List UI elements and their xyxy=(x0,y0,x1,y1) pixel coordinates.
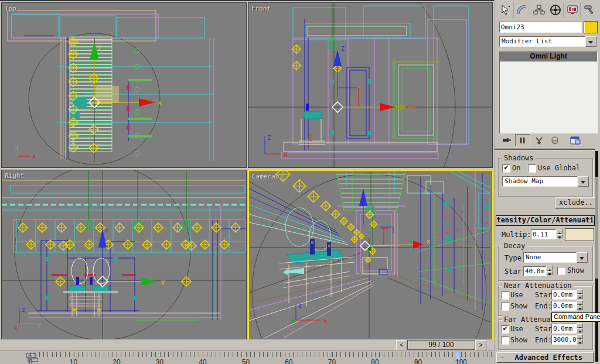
intensity-rollout-header[interactable]: tensity/Color/Attenuati xyxy=(496,215,595,226)
modifier-list-dropdown[interactable]: Modifier List xyxy=(499,36,596,47)
multiplier-spinner[interactable] xyxy=(556,229,562,238)
far-start-label: Star xyxy=(535,325,552,333)
use-global-label: Use Global xyxy=(538,164,580,172)
shadows-group-legend: Shadows xyxy=(502,154,536,162)
time-slider-handle[interactable]: < 99 / 100 > xyxy=(396,340,486,350)
svg-text:y: y xyxy=(15,144,18,150)
top-wireframe xyxy=(8,11,214,164)
object-name-input[interactable] xyxy=(499,22,582,33)
near-end-field[interactable]: 0.0mm xyxy=(551,301,577,311)
tab-utilities[interactable] xyxy=(582,2,597,18)
rollout-collapse-icon: - xyxy=(500,353,504,362)
time-slider-track[interactable]: < 99 / 100 > xyxy=(0,339,494,351)
dropdown-arrow-icon[interactable] xyxy=(578,176,589,187)
multiplier-field[interactable]: 0.11 xyxy=(531,229,557,239)
right-move-gizmo[interactable]: z y xyxy=(97,227,165,287)
viewport-front-canvas: Z Z X xyxy=(248,3,492,167)
near-start-field[interactable]: 0.0mm xyxy=(551,290,577,300)
shadow-type-dropdown[interactable]: Shadow Map xyxy=(502,176,589,187)
svg-text:X: X xyxy=(284,152,287,158)
near-start-label: Star xyxy=(535,291,552,299)
viewport-camera-canvas: x z x xyxy=(249,171,490,338)
command-panel-scrollbar[interactable] xyxy=(595,151,598,362)
show-end-result-icon xyxy=(518,136,527,145)
modifier-stack-selected-item[interactable]: Omni Light xyxy=(500,52,597,61)
viewport-front-label: Front xyxy=(251,5,271,12)
show-end-result-button[interactable] xyxy=(515,134,530,146)
advanced-effects-title: Advanced Effects xyxy=(514,353,582,362)
near-start-spinner[interactable] xyxy=(577,289,583,298)
shadows-on-label: On xyxy=(512,164,520,172)
previous-frame-button[interactable]: < xyxy=(396,340,407,351)
front-move-gizmo[interactable]: Z xyxy=(332,46,415,112)
tab-create[interactable] xyxy=(498,2,514,18)
svg-text:z: z xyxy=(298,303,302,309)
next-frame-button[interactable]: > xyxy=(475,340,486,351)
far-start-field[interactable]: 0.0mm xyxy=(551,324,577,334)
dropdown-arrow-icon[interactable] xyxy=(577,252,588,263)
viewport-top[interactable]: Top xyxy=(1,2,247,168)
shadow-type-value[interactable]: Shadow Map xyxy=(502,176,578,187)
scrollbar-thumb[interactable] xyxy=(595,151,598,177)
decay-group: Decay Type None Star 40.0m Show xyxy=(498,246,593,281)
near-use-label: Use xyxy=(510,291,523,299)
svg-text:x: x xyxy=(158,99,162,106)
decay-type-dropdown[interactable]: None xyxy=(523,252,588,263)
decay-type-value[interactable]: None xyxy=(523,252,577,263)
near-show-checkbox[interactable] xyxy=(501,303,509,311)
svg-text:x: x xyxy=(323,318,327,324)
configure-modifier-sets-button[interactable] xyxy=(568,135,582,146)
use-global-checkbox[interactable] xyxy=(528,164,536,173)
svg-text:x: x xyxy=(32,153,36,160)
near-attenuation-group: Near Attenuation Use Star 0.0mm Show End… xyxy=(498,286,593,316)
right-hanging-lamps xyxy=(83,170,192,232)
viewport-camera[interactable]: Camera01 xyxy=(248,170,493,341)
decay-show-checkbox[interactable] xyxy=(557,267,565,275)
make-unique-button[interactable] xyxy=(532,135,546,146)
tab-modify[interactable] xyxy=(515,2,531,18)
decay-start-field[interactable]: 40.0m xyxy=(523,266,547,276)
near-use-checkbox[interactable] xyxy=(501,291,509,300)
right-omni-light-icons[interactable] xyxy=(18,223,240,286)
svg-text:z: z xyxy=(22,307,25,313)
dropdown-arrow-icon[interactable] xyxy=(585,36,596,47)
quarter-bend-icon xyxy=(516,4,528,16)
far-end-spinner[interactable] xyxy=(577,334,583,344)
decay-show-label: Show xyxy=(567,266,584,274)
hammer-icon xyxy=(583,4,595,16)
far-attenuation-legend: Far Attenua xyxy=(502,315,552,324)
far-use-checkbox[interactable] xyxy=(501,325,509,334)
command-panel-tabs xyxy=(498,2,596,19)
decay-start-spinner[interactable] xyxy=(546,266,553,275)
remove-modifier-button[interactable] xyxy=(548,135,562,146)
svg-text:Y: Y xyxy=(97,44,101,51)
viewport-right[interactable]: Right xyxy=(1,170,247,340)
modifier-stack[interactable]: Omni Light xyxy=(499,51,598,133)
viewport-top-label: Top xyxy=(5,5,16,12)
current-frame-display[interactable]: 99 / 100 xyxy=(407,340,475,350)
far-end-label: End: xyxy=(535,336,552,344)
exclude-button[interactable]: xclude.. xyxy=(555,197,597,208)
svg-text:Z: Z xyxy=(267,135,271,141)
tab-motion[interactable] xyxy=(548,2,564,18)
pin-icon xyxy=(502,136,511,145)
tab-display[interactable] xyxy=(565,2,581,18)
svg-text:y: y xyxy=(161,279,165,285)
far-end-field[interactable]: 3000.0 xyxy=(551,335,577,345)
mini-curve-editor-button[interactable] xyxy=(26,353,41,362)
camera-omni-light-icons[interactable] xyxy=(276,171,377,263)
far-start-spinner[interactable] xyxy=(577,323,583,332)
advanced-effects-rollout[interactable]: - Advanced Effects xyxy=(496,352,594,363)
pin-stack-button[interactable] xyxy=(499,135,513,146)
light-color-swatch[interactable] xyxy=(565,228,594,241)
modifier-list-value[interactable]: Modifier List xyxy=(499,36,585,47)
shadows-on-checkbox[interactable] xyxy=(502,164,510,173)
far-show-checkbox[interactable] xyxy=(501,336,509,345)
object-color-swatch[interactable] xyxy=(584,21,598,33)
track-bar[interactable]: 0102030405060708090100 xyxy=(0,351,494,364)
top-axis-tripod: y x xyxy=(15,143,36,160)
near-end-spinner[interactable] xyxy=(577,300,583,310)
modifier-stack-toolbar xyxy=(499,134,596,146)
tab-hierarchy[interactable] xyxy=(531,2,547,18)
viewport-front[interactable]: Front xyxy=(248,2,493,168)
